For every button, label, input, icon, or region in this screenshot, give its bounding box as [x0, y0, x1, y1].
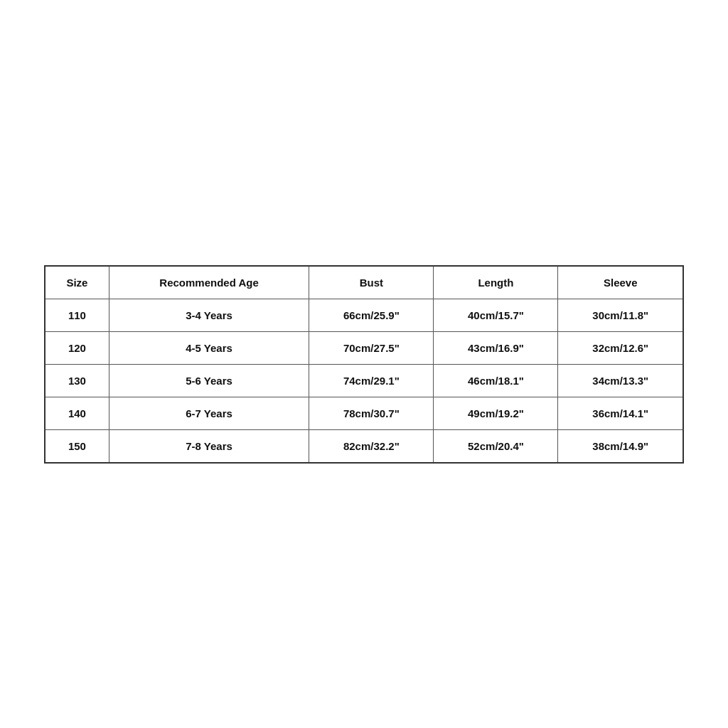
header-bust: Bust	[309, 266, 434, 299]
header-sleeve: Sleeve	[558, 266, 683, 299]
table-row: 1103-4 Years66cm/25.9"40cm/15.7"30cm/11.…	[45, 299, 683, 331]
size-chart-table: Size Recommended Age Bust Length Sleeve …	[44, 265, 684, 464]
table-header-row: Size Recommended Age Bust Length Sleeve	[45, 266, 683, 299]
cell-age: 4-5 Years	[109, 331, 309, 364]
cell-sleeve: 36cm/14.1"	[558, 397, 683, 429]
cell-size: 120	[45, 331, 109, 364]
table-row: 1204-5 Years70cm/27.5"43cm/16.9"32cm/12.…	[45, 331, 683, 364]
cell-length: 43cm/16.9"	[434, 331, 558, 364]
cell-age: 5-6 Years	[109, 364, 309, 397]
size-chart-container: Size Recommended Age Bust Length Sleeve …	[44, 265, 684, 464]
cell-size: 140	[45, 397, 109, 429]
cell-sleeve: 34cm/13.3"	[558, 364, 683, 397]
cell-size: 110	[45, 299, 109, 331]
cell-age: 3-4 Years	[109, 299, 309, 331]
header-length: Length	[434, 266, 558, 299]
table-row: 1305-6 Years74cm/29.1"46cm/18.1"34cm/13.…	[45, 364, 683, 397]
cell-length: 52cm/20.4"	[434, 429, 558, 463]
cell-bust: 82cm/32.2"	[309, 429, 434, 463]
cell-age: 6-7 Years	[109, 397, 309, 429]
table-row: 1406-7 Years78cm/30.7"49cm/19.2"36cm/14.…	[45, 397, 683, 429]
header-recommended-age: Recommended Age	[109, 266, 309, 299]
cell-bust: 78cm/30.7"	[309, 397, 434, 429]
cell-bust: 74cm/29.1"	[309, 364, 434, 397]
cell-bust: 70cm/27.5"	[309, 331, 434, 364]
cell-sleeve: 32cm/12.6"	[558, 331, 683, 364]
header-size: Size	[45, 266, 109, 299]
cell-age: 7-8 Years	[109, 429, 309, 463]
cell-sleeve: 38cm/14.9"	[558, 429, 683, 463]
cell-length: 49cm/19.2"	[434, 397, 558, 429]
cell-sleeve: 30cm/11.8"	[558, 299, 683, 331]
cell-length: 40cm/15.7"	[434, 299, 558, 331]
table-row: 1507-8 Years82cm/32.2"52cm/20.4"38cm/14.…	[45, 429, 683, 463]
cell-size: 150	[45, 429, 109, 463]
cell-length: 46cm/18.1"	[434, 364, 558, 397]
cell-bust: 66cm/25.9"	[309, 299, 434, 331]
cell-size: 130	[45, 364, 109, 397]
